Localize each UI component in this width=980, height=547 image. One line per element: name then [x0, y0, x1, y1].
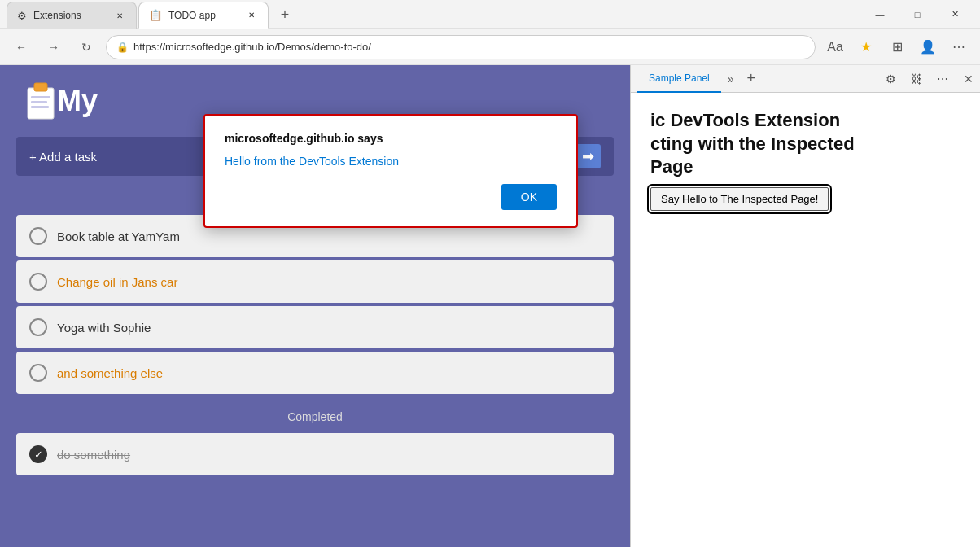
address-actions: Aa ★ ⊞ 👤 ⋯	[822, 34, 972, 60]
devtools-close-button[interactable]: ✕	[957, 68, 980, 90]
profile-button[interactable]: 👤	[915, 34, 941, 60]
back-button[interactable]: ←	[8, 34, 34, 60]
window-controls: — □ ✕	[861, 0, 973, 29]
extensions-tab-close[interactable]: ✕	[113, 9, 126, 22]
devtools-heading-line1: ic DevTools Extension	[650, 110, 840, 130]
devtools-tabs: Sample Panel » + ⚙ ⛓ ⋯ ✕	[631, 65, 980, 93]
devtools-more-tabs-button[interactable]: »	[721, 72, 741, 85]
url-text: https://microsoftedge.github.io/Demos/de…	[133, 41, 371, 53]
devtools-add-tab-button[interactable]: +	[741, 70, 763, 87]
tab-extensions[interactable]: ⚙ Extensions ✕	[7, 2, 137, 29]
devtools-heading: ic DevTools Extension cting with the Ins…	[650, 109, 960, 179]
forward-button[interactable]: →	[41, 34, 67, 60]
close-button[interactable]: ✕	[936, 0, 973, 29]
devtools-tab-actions: ⚙ ⛓ ⋯ ✕	[879, 68, 980, 90]
more-button[interactable]: ⋯	[946, 34, 972, 60]
content-area: microsoftedge.github.io says Hello from …	[0, 65, 980, 547]
dialog-origin: microsoftedge.github.io says	[225, 132, 557, 145]
favorites-button[interactable]: ★	[853, 34, 879, 60]
read-aloud-button[interactable]: Aa	[822, 34, 848, 60]
devtools-share-button[interactable]: ⛓	[905, 68, 928, 90]
collections-button[interactable]: ⊞	[884, 34, 910, 60]
dialog-box: microsoftedge.github.io says Hello from …	[203, 114, 578, 228]
title-bar: ⚙ Extensions ✕ 📋 TODO app ✕ + — □ ✕	[0, 0, 980, 29]
dialog-overlay: microsoftedge.github.io says Hello from …	[0, 65, 630, 547]
main-page: microsoftedge.github.io says Hello from …	[0, 65, 630, 547]
url-bar[interactable]: 🔒 https://microsoftedge.github.io/Demos/…	[106, 35, 816, 59]
lock-icon: 🔒	[116, 42, 129, 53]
todo-tab-close[interactable]: ✕	[245, 9, 258, 22]
devtools-heading-line2: cting with the Inspected	[650, 133, 855, 154]
dialog-actions: OK	[225, 184, 557, 210]
devtools-panel: Sample Panel » + ⚙ ⛓ ⋯ ✕ ic DevTools Ext…	[630, 65, 980, 547]
todo-tab-title: TODO app	[168, 10, 238, 21]
extensions-tab-icon: ⚙	[17, 10, 27, 22]
new-tab-button[interactable]: +	[270, 2, 300, 29]
maximize-button[interactable]: □	[899, 0, 936, 29]
address-bar: ← → ↻ 🔒 https://microsoftedge.github.io/…	[0, 29, 980, 65]
dialog-message: Hello from the DevTools Extension	[225, 155, 557, 168]
todo-tab-icon: 📋	[149, 9, 162, 21]
extensions-tab-title: Extensions	[33, 10, 107, 21]
devtools-heading-line3: Page	[650, 156, 693, 177]
devtools-tab-sample-panel[interactable]: Sample Panel	[637, 65, 721, 93]
dialog-ok-button[interactable]: OK	[501, 184, 557, 210]
refresh-button[interactable]: ↻	[73, 34, 99, 60]
devtools-more-button[interactable]: ⋯	[931, 68, 954, 90]
minimize-button[interactable]: —	[861, 0, 899, 29]
devtools-content: ic DevTools Extension cting with the Ins…	[631, 93, 980, 547]
say-hello-button[interactable]: Say Hello to The Inspected Page!	[650, 187, 829, 211]
tab-todo[interactable]: 📋 TODO app ✕	[138, 2, 269, 29]
browser-window: ⚙ Extensions ✕ 📋 TODO app ✕ + — □ ✕ ← → …	[0, 0, 980, 547]
devtools-settings-button[interactable]: ⚙	[879, 68, 902, 90]
tabs-bar: ⚙ Extensions ✕ 📋 TODO app ✕ +	[7, 0, 434, 30]
